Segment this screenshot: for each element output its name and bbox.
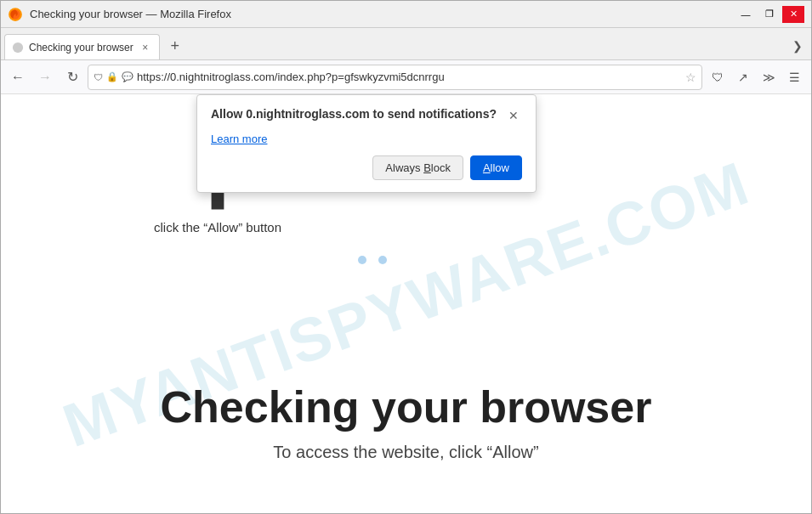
learn-more-link[interactable]: Learn more [211,133,267,145]
firefox-logo-icon [8,7,23,22]
share-button[interactable]: ↗ [731,65,755,89]
titlebar-title: Checking your browser — Mozilla Firefox [30,8,231,20]
popup-close-button[interactable]: ✕ [505,107,522,124]
notification-popup: Allow 0.nightnitroglass.com to send noti… [196,94,537,193]
dot-2 [378,256,387,264]
address-bar-container[interactable]: 🛡 🔒 💬 ☆ [88,65,702,90]
titlebar-buttons: — ❐ ✕ [735,6,804,23]
extensions-button[interactable]: ≫ [757,65,781,89]
popup-buttons: Always Block Allow [211,155,522,180]
permissions-icon: 💬 [122,71,133,82]
account-shield-button[interactable]: 🛡 [706,65,730,89]
maximize-button[interactable]: ❐ [758,6,781,23]
dot-1 [358,256,366,264]
tabbar: Checking your browser × + ❯ [1,28,811,60]
shield-icon: 🛡 [94,72,103,82]
always-block-label: Always Block [385,161,451,174]
popup-header: Allow 0.nightnitroglass.com to send noti… [211,107,522,124]
address-input[interactable] [137,71,679,83]
main-text-area: Checking your browser To access the webs… [1,381,811,462]
main-heading: Checking your browser [161,381,652,432]
svg-point-2 [13,42,23,52]
menu-button[interactable]: ☰ [782,65,806,89]
lock-icon: 🔒 [106,71,118,82]
forward-button[interactable]: → [33,65,57,89]
back-button[interactable]: ← [6,65,30,89]
browser-window: Checking your browser — Mozilla Firefox … [0,0,812,514]
navbar: ← → ↻ 🛡 🔒 💬 ☆ 🛡 ↗ ≫ ☰ [1,60,811,94]
titlebar-left: Checking your browser — Mozilla Firefox [8,7,231,22]
allow-label: Allow [483,161,509,174]
tabbar-right: ❯ [787,36,808,56]
nav-right-icons: 🛡 ↗ ≫ ☰ [706,65,806,89]
titlebar: Checking your browser — Mozilla Firefox … [1,1,811,28]
popup-title: Allow 0.nightnitroglass.com to send noti… [211,107,505,121]
dots-decoration [358,256,387,264]
allow-button[interactable]: Allow [470,155,522,180]
reload-button[interactable]: ↻ [60,65,84,89]
active-tab[interactable]: Checking your browser × [4,34,160,59]
main-subheading: To access the website, click “Allow” [273,443,538,462]
minimize-button[interactable]: — [735,6,757,23]
click-instruction: click the “Allow” button [154,220,281,234]
tab-close-button[interactable]: × [139,41,152,54]
tab-title: Checking your browser [29,42,133,54]
tab-list-button[interactable]: ❯ [787,36,808,56]
tab-favicon-icon [12,42,24,54]
page-content: MYANTISPYWARE.COM Allow 0.nightnitroglas… [1,94,811,513]
new-tab-button[interactable]: + [163,34,187,58]
always-block-button[interactable]: Always Block [372,155,463,180]
bookmark-star-icon[interactable]: ☆ [685,71,696,84]
close-button[interactable]: ✕ [782,6,804,23]
